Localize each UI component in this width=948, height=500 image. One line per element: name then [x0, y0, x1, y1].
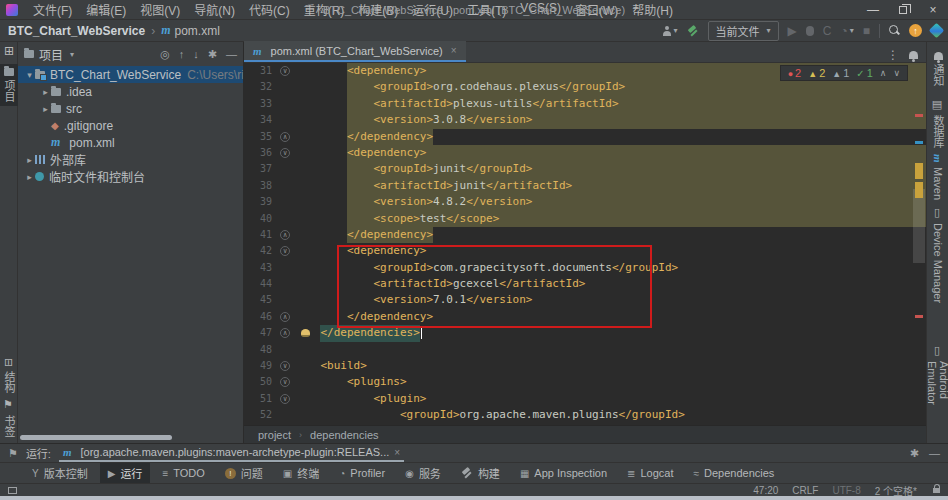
toolwindow-button-终端[interactable]: ▣终端 [275, 463, 327, 483]
code-line-32[interactable]: 32 <groupId>org.codehaus.plexus</groupId… [244, 79, 926, 95]
caret-position[interactable]: 47:20 [753, 485, 778, 496]
toolwindow-button-运行[interactable]: ▶运行 [100, 463, 151, 483]
code-line-47[interactable]: 47∧ </dependencies> [244, 325, 926, 341]
restore-icon[interactable] [888, 0, 918, 19]
expand-arrow-icon[interactable]: ▸ [24, 172, 35, 182]
tree-item-.gitignore[interactable]: ◆.gitignore [18, 117, 243, 134]
coverage-icon[interactable]: C [823, 24, 832, 38]
toolwindow-structure-button[interactable]: ⊟ 结构 [0, 354, 18, 397]
warning-count[interactable]: 2 [808, 67, 825, 79]
breadcrumb-project[interactable]: BTC_Chart_WebService [8, 24, 145, 38]
settings-icon[interactable]: ✱ [910, 447, 919, 460]
stripe-mark-warning[interactable] [915, 182, 923, 198]
toolwindow-bookmarks-button[interactable]: ⚑ 书签 [0, 394, 18, 441]
code-line-37[interactable]: 37 <groupId>junit</groupId> [244, 161, 926, 177]
code-line-42[interactable]: 42∨ <dependency> [244, 243, 926, 259]
fold-marker-icon[interactable]: ∧ [280, 132, 290, 142]
tree-item-.idea[interactable]: ▸.idea [18, 83, 243, 100]
lock-icon[interactable] [933, 488, 940, 493]
ide-feature-icon[interactable] [929, 23, 945, 39]
tree-item-临时文件和控制台[interactable]: ▸临时文件和控制台 [18, 168, 243, 185]
menu-帮助(H)[interactable]: 帮助(H) [625, 1, 680, 18]
settings-icon[interactable]: ✱ [208, 48, 217, 61]
run-config-dropdown[interactable]: 当前文件▾ [708, 21, 779, 41]
fold-marker-icon[interactable]: ∧ [280, 312, 290, 322]
expand-arrow-icon[interactable]: ▾ [24, 70, 35, 80]
menu-编辑(E)[interactable]: 编辑(E) [79, 1, 133, 18]
search-icon[interactable] [889, 25, 900, 36]
profiler-icon[interactable]: ◔▾ [840, 24, 853, 38]
code-line-43[interactable]: 43 <groupId>com.grapecitysoft.documents<… [244, 260, 926, 276]
code-line-35[interactable]: 35∧ </dependency> [244, 129, 926, 145]
breadcrumb-dependencies[interactable]: dependencies [310, 429, 379, 441]
horizontal-scrollbar[interactable] [20, 435, 172, 440]
prev-issue-icon[interactable]: ∧ [880, 68, 887, 78]
debug-icon[interactable] [806, 26, 814, 36]
user-icon[interactable]: ▾ [662, 26, 678, 36]
stripe-mark-info[interactable] [915, 141, 923, 144]
locate-icon[interactable]: ◎ [160, 48, 170, 61]
stripe-mark-error[interactable] [915, 315, 923, 318]
fold-marker-icon[interactable]: ∨ [280, 377, 290, 387]
toolwindow-button-构建[interactable]: 构建 [453, 463, 508, 483]
code-line-39[interactable]: 39 <version>4.8.2</version> [244, 194, 926, 210]
weak-warning-count[interactable]: 1 [832, 67, 849, 79]
fold-marker-icon[interactable]: ∧ [280, 328, 290, 338]
code-line-48[interactable]: 48 [244, 342, 926, 358]
editor-tab[interactable]: m pom.xml (BTC_Chart_WebService) × [244, 41, 466, 62]
fold-marker-icon[interactable]: ∨ [280, 246, 290, 256]
update-icon[interactable]: ↑ [909, 24, 922, 37]
code-line-38[interactable]: 38 <artifactId>junit</artifactId> [244, 178, 926, 194]
toolwindow-button-服务[interactable]: ◉服务 [397, 463, 449, 483]
menu-导航(N)[interactable]: 导航(N) [187, 1, 242, 18]
layout-grid-icon[interactable]: ⊞ [0, 44, 18, 58]
toolwindow-button-App Inspection[interactable]: ▦App Inspection [512, 465, 615, 481]
code-line-34[interactable]: 34 <version>3.0.8</version> [244, 112, 926, 128]
breadcrumb-file[interactable]: pom.xml [175, 24, 220, 38]
scroll-up-icon[interactable]: ↑ [179, 48, 185, 61]
expand-arrow-icon[interactable]: ▸ [24, 155, 35, 165]
code-line-36[interactable]: 36∨ <dependency> [244, 145, 926, 161]
tree-item-pom.xml[interactable]: mpom.xml [18, 134, 243, 151]
breadcrumb-project[interactable]: project [258, 429, 291, 441]
toolwindow-Maven-button[interactable]: mMaven [927, 152, 948, 202]
code-line-46[interactable]: 46∧ </dependency> [244, 309, 926, 325]
file-encoding[interactable]: UTF-8 [832, 485, 860, 496]
toolwindow-button-版本控制[interactable]: Y版本控制 [24, 463, 96, 483]
toolwindow-Device Manager-button[interactable]: ▯Device Manager [927, 204, 948, 305]
layout-icon[interactable] [8, 487, 17, 494]
fold-marker-icon[interactable]: ∨ [280, 361, 290, 371]
code-line-52[interactable]: 52 <groupId>org.apache.maven.plugins</gr… [244, 407, 926, 423]
stop-icon[interactable]: ■ [863, 24, 870, 38]
ok-count[interactable]: 1 [856, 67, 873, 79]
fold-marker-icon[interactable]: ∨ [280, 394, 290, 404]
toolwindow-project-button[interactable]: 项目 [0, 64, 18, 106]
toolwindow-button-Profiler[interactable]: ◔Profiler [331, 465, 393, 481]
code-line-50[interactable]: 50∨ <plugins> [244, 374, 926, 390]
inspection-widget[interactable]: 2 2 1 1 ∧ ∨ [780, 65, 908, 81]
close-icon[interactable]: × [918, 0, 948, 19]
line-ending[interactable]: CRLF [792, 485, 818, 496]
code-editor[interactable]: 31∨ <dependency>32 <groupId>org.codehaus… [244, 63, 926, 425]
expand-arrow-icon[interactable]: ▸ [40, 104, 51, 114]
menu-代码(C)[interactable]: 代码(C) [242, 1, 297, 18]
fold-marker-icon[interactable]: ∨ [280, 66, 290, 76]
tree-item-src[interactable]: ▸src [18, 100, 243, 117]
stripe-mark-warning[interactable] [915, 163, 923, 179]
toolwindow-button-TODO[interactable]: ≡TODO [154, 465, 212, 481]
menu-视图(V)[interactable]: 视图(V) [133, 1, 187, 18]
expand-arrow-icon[interactable]: ▸ [40, 87, 51, 97]
toolwindow-通知-button[interactable]: 通知 [927, 50, 948, 88]
more-options-icon[interactable]: ⋮ [887, 48, 899, 62]
close-tab-icon[interactable]: × [451, 45, 457, 56]
menu-文件(F)[interactable]: 文件(F) [26, 1, 79, 18]
code-line-41[interactable]: 41∧ </dependency> [244, 227, 926, 243]
next-issue-icon[interactable]: ∨ [893, 68, 900, 78]
error-stripe[interactable] [912, 63, 926, 425]
code-line-44[interactable]: 44 <artifactId>gcexcel</artifactId> [244, 276, 926, 292]
hide-icon[interactable]: — [929, 447, 940, 460]
stripe-mark-error[interactable] [915, 114, 923, 117]
code-line-49[interactable]: 49∨ <build> [244, 358, 926, 374]
toolwindow-button-问题[interactable]: !问题 [217, 463, 271, 483]
tree-item-BTC_Chart_WebService[interactable]: ▾BTC_Chart_WebServiceC:\Users\richardhua… [18, 66, 243, 83]
